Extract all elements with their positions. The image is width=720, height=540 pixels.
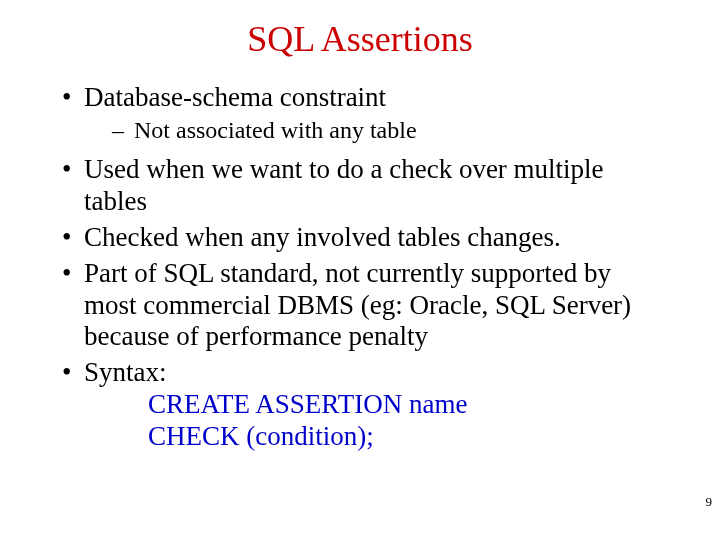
- bullet-text: Syntax:: [84, 357, 167, 387]
- bullet-item: Used when we want to do a check over mul…: [56, 154, 664, 218]
- slide-title: SQL Assertions: [56, 18, 664, 60]
- bullet-text: Checked when any involved tables changes…: [84, 222, 561, 252]
- bullet-item: Syntax: CREATE ASSERTION name CHECK (con…: [56, 357, 664, 453]
- bullet-text: Database-schema constraint: [84, 82, 386, 112]
- sub-bullet-text: Not associated with any table: [134, 117, 417, 143]
- bullet-text: Part of SQL standard, not currently supp…: [84, 258, 631, 352]
- syntax-line: CREATE ASSERTION name: [148, 389, 664, 421]
- syntax-block: CREATE ASSERTION name CHECK (condition);: [148, 389, 664, 453]
- slide: SQL Assertions Database-schema constrain…: [0, 0, 720, 540]
- sub-bullet-item: Not associated with any table: [84, 116, 664, 144]
- syntax-line: CHECK (condition);: [148, 421, 664, 453]
- bullet-text: Used when we want to do a check over mul…: [84, 154, 604, 216]
- bullet-list: Database-schema constraint Not associate…: [56, 82, 664, 453]
- sub-bullet-list: Not associated with any table: [84, 116, 664, 144]
- bullet-item: Part of SQL standard, not currently supp…: [56, 258, 664, 354]
- page-number: 9: [706, 494, 713, 510]
- bullet-item: Database-schema constraint Not associate…: [56, 82, 664, 144]
- bullet-item: Checked when any involved tables changes…: [56, 222, 664, 254]
